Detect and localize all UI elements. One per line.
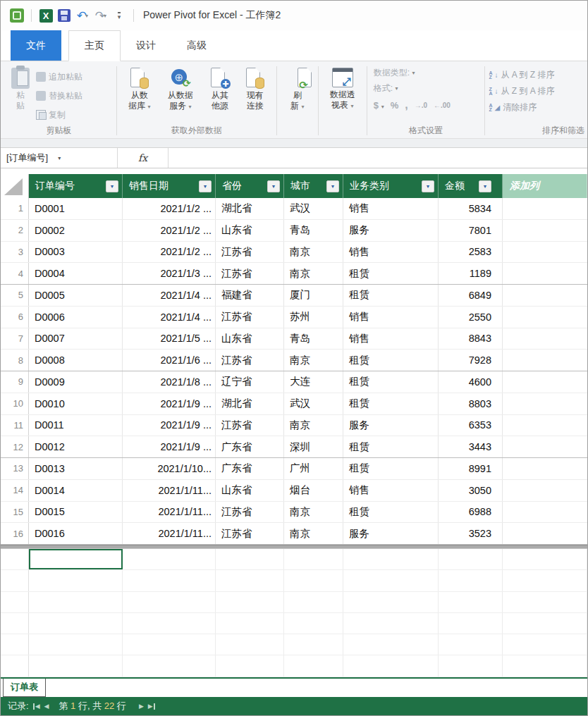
cell-city[interactable]: 南京 xyxy=(284,415,343,436)
redo-dropdown-icon[interactable]: ▾ xyxy=(104,13,106,19)
qat-customize-icon[interactable]: ▾ xyxy=(111,8,127,23)
cell-add-column[interactable] xyxy=(503,480,587,501)
cell-amount[interactable]: 3443 xyxy=(439,436,503,457)
empty-cell[interactable] xyxy=(29,655,123,676)
cell-province[interactable]: 山东省 xyxy=(216,480,284,501)
cell-id[interactable]: D0002 xyxy=(29,220,123,241)
empty-cell[interactable] xyxy=(439,549,503,569)
cell-city[interactable]: 南京 xyxy=(284,350,343,371)
cell-type[interactable]: 租赁 xyxy=(343,263,439,284)
cell-date[interactable]: 2021/1/9 ... xyxy=(123,393,216,414)
cell-add-column[interactable] xyxy=(503,458,587,479)
empty-cell[interactable] xyxy=(284,570,343,591)
filter-icon[interactable]: ▼ xyxy=(479,180,491,192)
add-column-header[interactable]: 添加列 xyxy=(503,174,587,198)
replace-paste-button[interactable]: 替换粘贴 xyxy=(36,88,82,104)
row-number[interactable]: 8 xyxy=(1,350,29,371)
empty-cell[interactable] xyxy=(123,634,216,655)
tab-design[interactable]: 设计 xyxy=(121,30,171,61)
empty-cell[interactable] xyxy=(503,655,587,676)
append-paste-button[interactable]: 追加粘贴 xyxy=(36,69,82,85)
cell-id[interactable]: D0009 xyxy=(29,371,123,393)
row-number[interactable]: 15 xyxy=(1,502,29,523)
cell-date[interactable]: 2021/1/10... xyxy=(123,458,216,479)
selected-cell[interactable] xyxy=(29,549,123,569)
tab-file[interactable]: 文件 xyxy=(11,30,61,61)
cell-id[interactable]: D0015 xyxy=(29,502,123,523)
cell-type[interactable]: 服务 xyxy=(343,415,439,436)
cell-type[interactable]: 销售 xyxy=(343,328,439,350)
empty-cell[interactable] xyxy=(284,655,343,676)
pivot-table-button[interactable]: ⤢ 数据透视表 ▾ xyxy=(322,65,363,111)
empty-cell[interactable] xyxy=(29,613,123,634)
cell-city[interactable]: 青岛 xyxy=(284,220,343,241)
cell-date[interactable]: 2021/1/4 ... xyxy=(123,307,216,328)
empty-cell[interactable] xyxy=(439,655,503,676)
empty-cell[interactable] xyxy=(216,613,284,634)
cell-add-column[interactable] xyxy=(503,371,587,393)
filter-icon[interactable]: ▼ xyxy=(199,180,212,192)
row-number[interactable]: 14 xyxy=(1,480,29,501)
empty-cell[interactable] xyxy=(123,570,216,591)
empty-cell[interactable] xyxy=(123,549,216,569)
cell-type[interactable]: 销售 xyxy=(343,198,439,219)
empty-cell[interactable] xyxy=(439,570,503,591)
excel-icon[interactable]: X xyxy=(38,8,54,23)
cell-province[interactable]: 江苏省 xyxy=(216,242,284,263)
cell-province[interactable]: 江苏省 xyxy=(216,523,284,544)
cell-add-column[interactable] xyxy=(503,502,587,523)
empty-cell[interactable] xyxy=(29,592,123,612)
cell-amount[interactable]: 4600 xyxy=(439,371,503,393)
cell-id[interactable]: D0011 xyxy=(29,415,123,436)
empty-cell[interactable] xyxy=(503,613,587,634)
empty-cell[interactable] xyxy=(216,592,284,612)
cell-id[interactable]: D0012 xyxy=(29,436,123,457)
empty-cell[interactable] xyxy=(284,592,343,612)
row-number[interactable]: 12 xyxy=(1,436,29,457)
cell-add-column[interactable] xyxy=(503,523,587,544)
filter-icon[interactable]: ▼ xyxy=(326,180,339,192)
cell-type[interactable]: 销售 xyxy=(343,242,439,263)
cell-city[interactable]: 武汉 xyxy=(284,393,343,414)
column-header-amount[interactable]: 金额▼ xyxy=(439,174,503,198)
cell-type[interactable]: 销售 xyxy=(343,307,439,328)
tab-advanced[interactable]: 高级 xyxy=(171,30,222,61)
fx-button[interactable]: fx xyxy=(118,148,169,168)
cell-province[interactable]: 江苏省 xyxy=(216,350,284,371)
name-box[interactable]: [订单编号] ▾ xyxy=(1,148,118,168)
name-box-dropdown-icon[interactable]: ▾ xyxy=(58,155,61,161)
cell-amount[interactable]: 8991 xyxy=(439,458,503,479)
empty-cell[interactable] xyxy=(343,613,439,634)
format-dropdown[interactable]: 格式: ▾ xyxy=(374,80,398,96)
save-icon[interactable] xyxy=(56,8,72,23)
row-number[interactable] xyxy=(1,613,29,634)
cell-date[interactable]: 2021/1/2 ... xyxy=(123,242,216,263)
cell-province[interactable]: 湖北省 xyxy=(216,198,284,219)
cell-province[interactable]: 江苏省 xyxy=(216,307,284,328)
empty-cell[interactable] xyxy=(216,570,284,591)
cell-amount[interactable]: 2583 xyxy=(439,242,503,263)
sort-az-button[interactable]: AZ↓从 A 到 Z 排序 xyxy=(489,67,554,83)
sort-za-button[interactable]: ZA↓从 Z 到 A 排序 xyxy=(489,83,554,99)
cell-city[interactable]: 大连 xyxy=(284,371,343,393)
cell-province[interactable]: 山东省 xyxy=(216,220,284,241)
cell-province[interactable]: 湖北省 xyxy=(216,393,284,414)
cell-province[interactable]: 广东省 xyxy=(216,436,284,457)
cell-date[interactable]: 2021/1/9 ... xyxy=(123,436,216,457)
row-number[interactable]: 11 xyxy=(1,415,29,436)
cell-id[interactable]: D0006 xyxy=(29,307,123,328)
cell-city[interactable]: 烟台 xyxy=(284,480,343,501)
row-number[interactable]: 6 xyxy=(1,307,29,328)
undo-dropdown-icon[interactable]: ▾ xyxy=(85,13,88,19)
row-number[interactable]: 1 xyxy=(1,198,29,219)
row-number[interactable]: 16 xyxy=(1,523,29,544)
cell-add-column[interactable] xyxy=(503,198,587,219)
cell-amount[interactable]: 3523 xyxy=(439,523,503,544)
empty-cell[interactable] xyxy=(503,592,587,612)
row-number[interactable]: 9 xyxy=(1,371,29,393)
empty-cell[interactable] xyxy=(343,549,439,569)
row-number[interactable]: 4 xyxy=(1,263,29,284)
cell-amount[interactable]: 3050 xyxy=(439,480,503,501)
cell-date[interactable]: 2021/1/2 ... xyxy=(123,198,216,219)
cell-city[interactable]: 南京 xyxy=(284,263,343,284)
